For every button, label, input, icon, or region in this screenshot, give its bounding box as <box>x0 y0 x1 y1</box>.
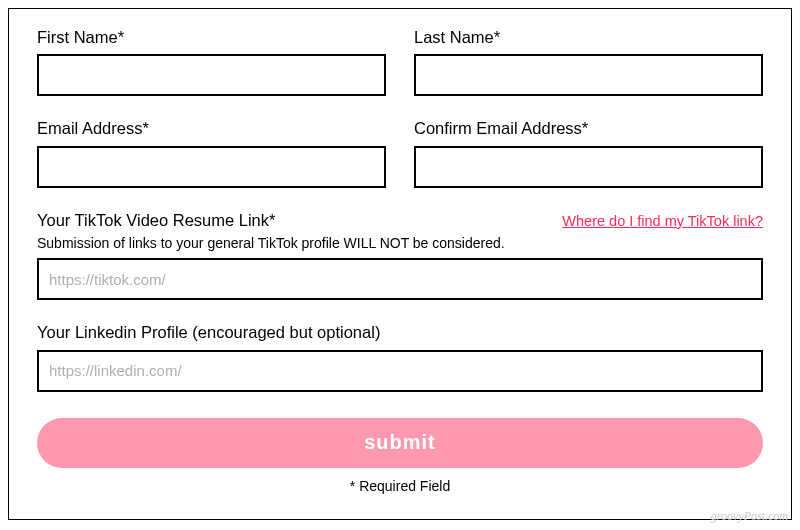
tiktok-hint-text: Submission of links to your general TikT… <box>37 235 763 251</box>
form-container: First Name* Last Name* Email Address* Co… <box>8 8 792 520</box>
email-label: Email Address* <box>37 118 386 139</box>
linkedin-label: Your Linkedin Profile (encouraged but op… <box>37 322 763 343</box>
name-row: First Name* Last Name* <box>37 27 763 96</box>
confirm-email-label: Confirm Email Address* <box>414 118 763 139</box>
first-name-group: First Name* <box>37 27 386 96</box>
tiktok-header-row: Your TikTok Video Resume Link* Where do … <box>37 210 763 231</box>
watermark-text: groovyPost.com <box>711 509 788 524</box>
linkedin-input[interactable] <box>37 350 763 392</box>
tiktok-link-label: Your TikTok Video Resume Link* <box>37 210 275 231</box>
last-name-group: Last Name* <box>414 27 763 96</box>
first-name-input[interactable] <box>37 54 386 96</box>
first-name-label: First Name* <box>37 27 386 48</box>
tiktok-link-input[interactable] <box>37 258 763 300</box>
confirm-email-group: Confirm Email Address* <box>414 118 763 187</box>
tiktok-link-group: Your TikTok Video Resume Link* Where do … <box>37 210 763 300</box>
email-row: Email Address* Confirm Email Address* <box>37 118 763 187</box>
email-input[interactable] <box>37 146 386 188</box>
submit-button[interactable]: submit <box>37 418 763 468</box>
linkedin-group: Your Linkedin Profile (encouraged but op… <box>37 322 763 391</box>
tiktok-help-link[interactable]: Where do I find my TikTok link? <box>562 213 763 229</box>
last-name-label: Last Name* <box>414 27 763 48</box>
confirm-email-input[interactable] <box>414 146 763 188</box>
required-field-footer: * Required Field <box>37 478 763 494</box>
last-name-input[interactable] <box>414 54 763 96</box>
email-group: Email Address* <box>37 118 386 187</box>
